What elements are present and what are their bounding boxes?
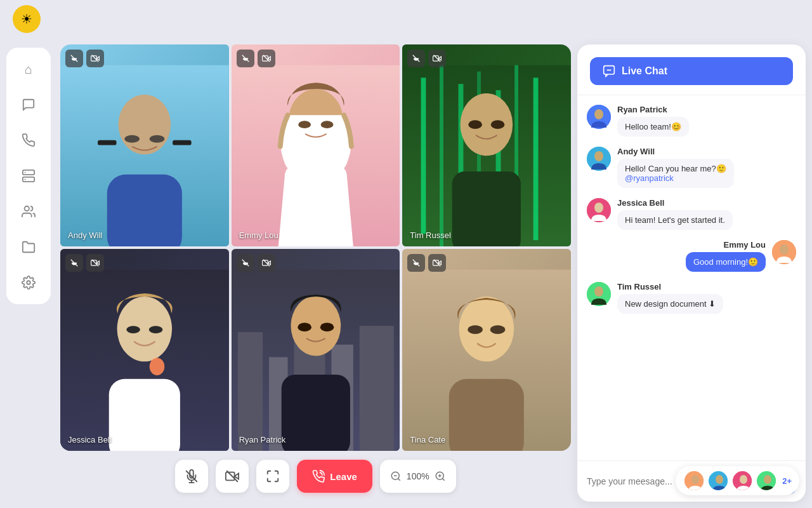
svg-rect-0 [23,170,34,175]
camera-button[interactable] [216,460,249,493]
svg-point-63 [468,325,483,334]
svg-rect-8 [107,175,182,246]
svg-point-91 [594,286,603,297]
svg-rect-48 [237,332,262,451]
ba-avatar-emmy [683,470,705,491]
svg-line-77 [442,478,444,480]
msg-bubble-tim: New design document ⬇ [617,294,723,314]
svg-line-74 [398,478,400,480]
topbar: ☀ [0,0,812,38]
jessica-mic-btn[interactable] [65,254,83,272]
svg-point-4 [25,206,29,211]
tina-person-bg [402,249,571,451]
svg-point-85 [594,151,603,161]
svg-point-64 [490,325,506,334]
tim-mic-btn[interactable] [407,50,425,67]
svg-point-34 [491,120,505,129]
svg-point-55 [298,323,311,331]
jessica-cam-btn[interactable] [86,254,104,272]
svg-point-5 [27,281,30,284]
sidebar-item-storage[interactable] [16,164,41,188]
ryan-controls [237,254,275,272]
sidebar-item-chat[interactable] [16,93,41,117]
msg-sender-jessica: Jessica Bell [617,198,733,208]
msg-bubble-andy: Hello! Can you hear me?🙂@ryanpatrick [617,159,734,188]
msg-row-tim: Tim Russel New design document ⬇ [587,282,796,314]
msg-content-emmy: Emmy Lou Good morning!🙂 [686,240,766,272]
tim-controls [407,50,446,67]
tim-cam-btn[interactable] [428,50,446,67]
jessica-person-bg [60,249,229,451]
svg-point-19 [320,121,333,128]
avatar-andy [587,147,611,171]
svg-point-12 [150,135,165,143]
tina-cam-btn[interactable] [428,254,446,272]
svg-rect-54 [281,375,350,451]
fullscreen-button[interactable] [256,460,289,493]
emmy-mic-btn[interactable] [237,50,254,67]
msg-content-ryan: Ryan Patrick Helloo team!😊 [617,105,689,137]
msg-row-emmy: Emmy Lou Good morning!🙂 [587,240,796,272]
svg-rect-30 [534,77,539,240]
andy-cam-btn[interactable] [86,50,104,67]
mention-ryanpatrick: @ryanpatrick [625,173,674,183]
live-chat-button[interactable]: Live Chat [590,57,793,85]
leave-button[interactable]: Leave [297,460,372,493]
svg-point-61 [459,297,514,361]
msg-sender-ryan: Ryan Patrick [617,105,689,114]
bottom-controls: Leave 100% [60,451,571,502]
svg-rect-62 [449,379,524,451]
tim-person-bg [402,44,571,246]
emmy-controls [237,50,275,67]
andy-person-bg [60,44,229,246]
video-cell-tim: Tim Russel [402,44,571,246]
sidebar-item-team[interactable] [16,199,41,224]
sidebar-card: ⌂ [6,48,51,304]
andy-mic-btn[interactable] [65,50,83,67]
andy-controls [65,50,104,67]
avatar-ryan [587,105,611,129]
msg-sender-andy: Andy Will [617,147,734,156]
zoom-group: 100% [380,460,456,493]
sidebar-item-home[interactable]: ⌂ [16,57,41,81]
svg-point-7 [119,95,171,154]
emmy-label: Emmy Lou [239,231,278,240]
msg-bubble-ryan: Helloo team!😊 [617,117,689,137]
ryan-person-bg [232,249,400,451]
ba-avatar-tim [756,470,777,491]
sidebar: ⌂ [0,38,57,508]
svg-point-33 [469,120,483,129]
msg-sender-tim: Tim Russel [617,282,723,291]
main-layout: ⌂ [0,38,812,508]
ryan-cam-btn[interactable] [258,254,275,272]
ba-extra-count: 2+ [782,476,792,486]
svg-point-43 [150,358,165,375]
sidebar-item-settings[interactable] [16,271,41,295]
mute-button[interactable] [175,460,208,493]
avatar-emmy [772,240,796,264]
svg-point-56 [320,323,334,331]
sidebar-item-files[interactable] [16,235,41,259]
ba-avatar-jessica [731,470,753,491]
ryan-mic-btn[interactable] [237,254,254,272]
msg-bubble-emmy: Good morning!🙂 [686,252,766,272]
tina-mic-btn[interactable] [407,254,425,272]
svg-point-39 [117,297,173,361]
emmy-person-bg [232,44,400,246]
tina-controls [407,254,446,272]
svg-rect-9 [98,140,117,145]
sidebar-item-calls[interactable] [16,128,41,152]
msg-content-tim: Tim Russel New design document ⬇ [617,282,723,314]
emmy-cam-btn[interactable] [258,50,275,67]
svg-rect-40 [109,379,180,451]
msg-content-jessica: Jessica Bell Hi team! Let's get started … [617,198,733,230]
chat-panel: Live Chat Ryan Patrick Helloo team!😊 [577,44,806,502]
svg-point-83 [594,109,603,119]
svg-point-93 [691,475,699,484]
video-cell-emmy: Emmy Lou [232,44,400,246]
video-cell-jessica: Jessica Bell [60,249,229,451]
msg-row-jessica: Jessica Bell Hi team! Let's get started … [587,198,796,230]
video-cell-andy: Andy Will [60,44,229,246]
svg-rect-32 [452,171,521,246]
ba-avatar-andy [707,470,729,491]
